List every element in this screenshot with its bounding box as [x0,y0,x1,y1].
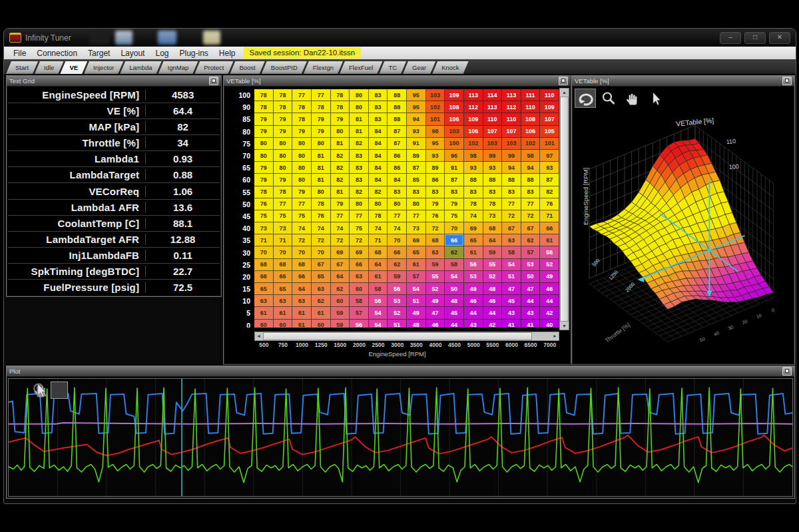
ve-cell[interactable]: 67 [331,259,350,271]
ve-cell[interactable]: 51 [502,271,521,283]
ve-cell[interactable]: 110 [540,89,559,101]
ve-cell[interactable]: 48 [407,320,426,328]
ve-cell[interactable]: 88 [502,174,521,186]
ve-cell[interactable]: 60 [312,320,331,328]
ve-cell[interactable]: 69 [350,246,369,258]
ve-cell[interactable]: 79 [274,126,293,138]
ve-cell[interactable]: 79 [312,126,331,138]
ve-cell[interactable]: 69 [331,246,350,258]
ve-cell[interactable]: 72 [426,222,445,234]
ve-cell[interactable]: 88 [483,174,503,186]
select-tool-button[interactable] [51,382,68,399]
tab-start[interactable]: Start [6,61,38,74]
ve-cell[interactable]: 70 [292,246,312,258]
ve-cell[interactable]: 45 [502,295,521,307]
ve-cell[interactable]: 107 [483,126,503,138]
ve-cell[interactable]: 78 [483,198,503,210]
ve-cell[interactable]: 58 [350,295,369,307]
ve-cell[interactable]: 55 [483,259,503,271]
ve-cell[interactable]: 77 [407,210,426,222]
ve-cell[interactable]: 101 [540,138,559,150]
ve-cell[interactable]: 61 [464,246,483,258]
ve-cell[interactable]: 88 [388,89,407,101]
ve-cell[interactable]: 49 [407,307,426,319]
ve-cell[interactable]: 42 [540,307,559,319]
ve-cell[interactable]: 81 [312,174,331,186]
menu-item-target[interactable]: Target [83,47,115,59]
ve-cell[interactable]: 83 [426,186,445,198]
ve-cell[interactable]: 87 [407,162,426,174]
ve-cell[interactable]: 84 [369,150,388,162]
menu-item-log[interactable]: Log [150,47,174,59]
ve-cell[interactable]: 82 [350,138,369,150]
ve-cell[interactable]: 76 [254,198,274,210]
ve-cell[interactable]: 78 [464,198,483,210]
ve-cell[interactable]: 57 [407,271,426,283]
ve-cell[interactable]: 78 [331,89,350,101]
ve-cell[interactable]: 89 [426,162,445,174]
ve-cell[interactable]: 78 [292,101,312,113]
ve-cell[interactable]: 81 [331,186,350,198]
ve-cell[interactable]: 61 [254,307,274,319]
ve-cell[interactable]: 108 [445,101,464,113]
ve-cell[interactable]: 69 [407,234,426,246]
panel-close-button[interactable] [209,77,218,85]
ve-cell[interactable]: 99 [502,150,521,162]
ve-cell[interactable]: 78 [292,113,312,125]
ve-cell[interactable]: 108 [521,113,541,125]
scrollbar-thumb[interactable] [560,97,569,322]
ve-cell[interactable]: 112 [502,101,521,113]
ve-cell[interactable]: 43 [521,307,541,319]
ve-cell[interactable]: 71 [540,210,559,222]
ve-cell[interactable]: 112 [464,101,483,113]
ve-cell[interactable]: 78 [274,101,293,113]
ve-cell[interactable]: 79 [254,174,274,186]
ve-cell[interactable]: 105 [540,126,559,138]
ve-cell[interactable]: 78 [312,198,331,210]
ve-cell[interactable]: 63 [312,283,331,295]
ve-cell[interactable]: 86 [426,174,445,186]
ve-cell[interactable]: 74 [464,210,483,222]
ve-cell[interactable]: 65 [464,234,483,246]
ve-cell[interactable]: 64 [483,234,503,246]
ve-cell[interactable]: 80 [331,126,350,138]
ve-cell[interactable]: 51 [407,295,426,307]
ve-cell[interactable]: 82 [331,162,350,174]
ve-cell[interactable]: 93 [483,162,503,174]
ve-cell[interactable]: 47 [502,283,521,295]
ve-cell[interactable]: 80 [254,150,274,162]
ve-cell[interactable]: 57 [521,246,541,258]
ve-cell[interactable]: 49 [426,295,445,307]
ve-cell[interactable]: 82 [369,186,388,198]
ve-cell[interactable]: 49 [464,283,483,295]
ve-cell[interactable]: 76 [312,210,331,222]
ve-cell[interactable]: 68 [274,259,293,271]
menu-item-connection[interactable]: Connection [31,47,83,59]
ve-cell[interactable]: 77 [521,198,541,210]
ve-cell[interactable]: 72 [331,234,350,246]
ve-cell[interactable]: 57 [350,307,369,319]
ve-cell[interactable]: 53 [521,259,541,271]
menu-item-layout[interactable]: Layout [115,47,150,59]
tab-knock[interactable]: Knock [432,61,468,74]
ve-cell[interactable]: 106 [464,126,483,138]
ve-cell[interactable]: 66 [445,234,464,246]
ve-cell[interactable]: 83 [464,186,483,198]
ve-cell[interactable]: 87 [388,126,407,138]
tab-idle[interactable]: Idle [35,61,63,74]
ve-cell[interactable]: 84 [369,138,388,150]
ve-cell[interactable]: 103 [502,138,521,150]
ve-cell[interactable]: 52 [388,307,407,319]
ve-cell[interactable]: 95 [426,138,445,150]
ve-cell[interactable]: 95 [407,101,426,113]
ve-cell[interactable]: 71 [369,234,388,246]
tab-boost[interactable]: Boost [230,61,264,74]
ve-cell[interactable]: 42 [483,320,503,328]
ve-cell[interactable]: 50 [521,271,541,283]
ve-cell[interactable]: 93 [426,150,445,162]
ve-cell[interactable]: 62 [388,259,407,271]
ve-cell[interactable]: 83 [369,89,388,101]
ve-cell[interactable]: 111 [521,89,541,101]
ve-cell[interactable]: 59 [331,320,350,328]
scroll-left-icon[interactable]: ◄ [256,332,261,340]
